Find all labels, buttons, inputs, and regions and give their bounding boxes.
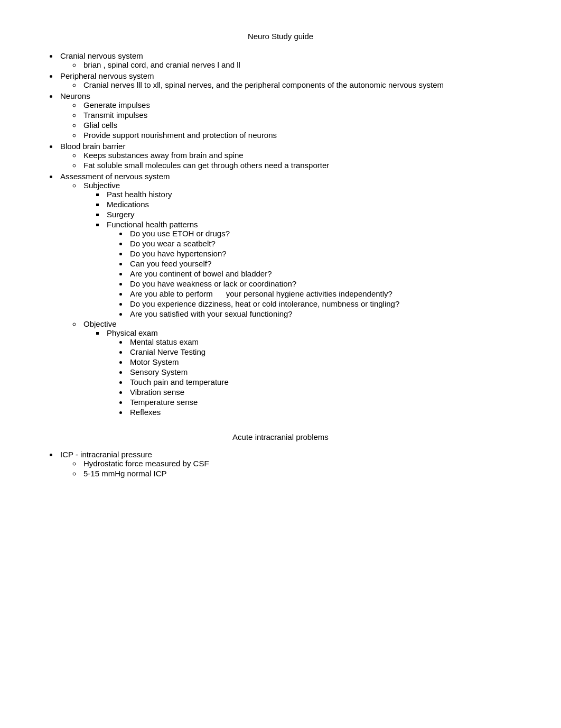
list-item: Touch pain and temperature [128,377,519,386]
list-item: Motor System [128,357,519,366]
list-item: Generate impulses [81,100,519,109]
list-item-surgery: Surgery [105,210,519,219]
list-item: brian , spinal cord, and cranial nerves … [81,60,519,69]
list-item: Do you experience dizziness, heat or col… [128,299,519,308]
list-item: Reflexes [128,408,519,417]
list-item: Fat soluble small molecules can get thro… [81,161,519,170]
list-item: Provide support nourishment and protecti… [81,131,519,140]
section2-title: Acute intracranial problems [42,432,519,441]
list-item: Can you feed yourself? [128,259,519,268]
list-item-blood-brain: Blood brain barrier Keeps substances awa… [58,142,519,170]
list-item: Cranial nerves lll to xll, spinal nerves… [81,80,519,89]
list-item: Sensory System [128,367,519,376]
list-item: Mental status exam [128,337,519,346]
list-item: Keeps substances away from brain and spi… [81,151,519,160]
list-item: Do you use ETOH or drugs? [128,229,519,238]
list-item: Do you have weakness or lack or coordina… [128,279,519,288]
neurons-label: Neurons [60,91,90,100]
list-item-subjective: Subjective Past health history Medicatio… [81,181,519,318]
list-item-icp: ICP - intracranial pressure Hydrostatic … [58,450,519,478]
list-item: Do you have hypertension? [128,249,519,258]
neurons-children: Generate impulses Transmit impulses Glia… [81,100,519,140]
list-item-physical-exam: Physical exam Mental status exam Cranial… [105,328,519,417]
list-item: 5-15 mmHg normal ICP [81,469,519,478]
page-title: Neuro Study guide [42,32,519,41]
peripheral-nervous-label: Peripheral nervous system [60,71,154,80]
list-item: Are you satisfied with your sexual funct… [128,309,519,318]
objective-children: Physical exam Mental status exam Cranial… [105,328,519,417]
list-item: Hydrostatic force measured by CSF [81,459,519,468]
list-item: Vibration sense [128,388,519,397]
list-item: Glial cells [81,121,519,130]
list-item-functional: Functional health patterns Do you use ET… [105,220,519,318]
list-item: Transmit impulses [81,110,519,119]
list-item: Cranial Nerve Testing [128,347,519,356]
list-item-medications: Medications [105,200,519,209]
list-item-peripheral-nervous: Peripheral nervous system Cranial nerves… [58,71,519,89]
assessment-label: Assessment of nervous system [60,172,170,181]
subjective-children: Past health history Medications Surgery … [105,190,519,318]
cranial-nervous-label: Cranial nervous system [60,51,143,60]
list-item-past-health: Past health history [105,190,519,199]
functional-children: Do you use ETOH or drugs? Do you wear a … [128,229,519,318]
blood-brain-children: Keeps substances away from brain and spi… [81,151,519,170]
list-item-assessment: Assessment of nervous system Subjective … [58,172,519,417]
peripheral-nervous-children: Cranial nerves lll to xll, spinal nerves… [81,80,519,89]
main-list: Cranial nervous system brian , spinal co… [58,51,519,417]
section2-list: ICP - intracranial pressure Hydrostatic … [58,450,519,478]
blood-brain-label: Blood brain barrier [60,142,125,151]
icp-children: Hydrostatic force measured by CSF 5-15 m… [81,459,519,478]
physical-exam-children: Mental status exam Cranial Nerve Testing… [128,337,519,417]
assessment-children: Subjective Past health history Medicatio… [81,181,519,417]
list-item: Are you able to perform your personal hy… [128,289,519,298]
list-item: Temperature sense [128,398,519,407]
list-item-neurons: Neurons Generate impulses Transmit impul… [58,91,519,140]
icp-label: ICP - intracranial pressure [60,450,152,459]
list-item-objective: Objective Physical exam Mental status ex… [81,319,519,417]
list-item: Do you wear a seatbelt? [128,239,519,248]
list-item: Are you continent of bowel and bladder? [128,269,519,278]
list-item-cranial-nervous: Cranial nervous system brian , spinal co… [58,51,519,69]
cranial-nervous-children: brian , spinal cord, and cranial nerves … [81,60,519,69]
